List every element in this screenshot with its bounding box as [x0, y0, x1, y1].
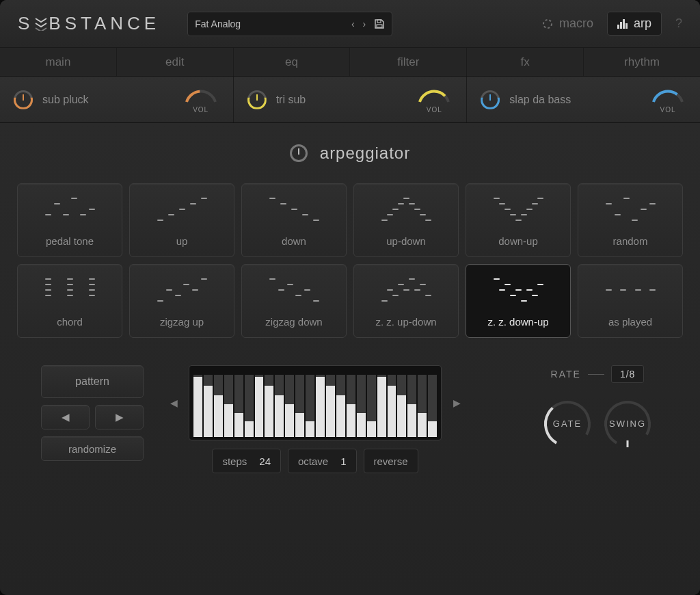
seq-step-24[interactable] — [428, 371, 437, 437]
pattern-prev-button[interactable]: ◀ — [41, 405, 90, 429]
seq-step-22[interactable] — [407, 371, 416, 437]
save-icon[interactable] — [374, 18, 385, 29]
seq-step-11[interactable] — [295, 371, 304, 437]
tab-filter[interactable]: filter — [350, 48, 467, 76]
reverse-label: reverse — [374, 455, 408, 467]
mode-random[interactable]: random — [578, 183, 683, 257]
step-sequencer[interactable] — [189, 365, 442, 440]
mode-label: z. z. up-down — [375, 316, 436, 328]
seq-step-7[interactable] — [255, 371, 264, 437]
arp-label: arp — [634, 16, 651, 31]
seq-step-19[interactable] — [377, 371, 386, 437]
seq-step-13[interactable] — [316, 371, 325, 437]
seq-step-2[interactable] — [204, 371, 213, 437]
rate-line — [588, 374, 604, 375]
mode-label: random — [613, 235, 648, 247]
mode-label: up — [176, 235, 188, 247]
mode-label: zigzag up — [160, 316, 204, 328]
mode-up-down[interactable]: up-down — [353, 183, 459, 257]
tab-fx[interactable]: fx — [467, 48, 584, 76]
seq-step-23[interactable] — [418, 371, 427, 437]
seq-step-10[interactable] — [285, 371, 294, 437]
seq-scroll-left[interactable]: ◀ — [164, 365, 183, 440]
seq-step-4[interactable] — [224, 371, 233, 437]
mode-label: down — [282, 235, 306, 247]
seq-step-16[interactable] — [347, 371, 355, 437]
mode-chord[interactable]: chord — [17, 264, 122, 338]
octave-field[interactable]: octave 1 — [288, 449, 357, 473]
logo: S BSTANCE — [18, 13, 160, 34]
mode-label: chord — [57, 316, 83, 328]
seq-scroll-right[interactable]: ▶ — [447, 365, 466, 440]
layer-1-vol[interactable]: VOL — [183, 85, 219, 114]
seq-step-9[interactable] — [275, 371, 284, 437]
svg-rect-5 — [623, 19, 625, 29]
layer-1-power[interactable] — [14, 90, 33, 109]
seq-step-15[interactable] — [336, 371, 345, 437]
swing-dial[interactable]: SWING — [599, 395, 656, 453]
layer-2-vol[interactable]: VOL — [416, 85, 453, 114]
mode-label: z. z. down-up — [487, 316, 548, 328]
gate-label: GATE — [553, 419, 582, 429]
seq-step-14[interactable] — [326, 371, 335, 437]
mode-z-z-down-up[interactable]: z. z. down-up — [466, 264, 571, 338]
mode-zigzag-down[interactable]: zigzag down — [241, 264, 347, 338]
layer-1-name[interactable]: sub pluck — [42, 94, 173, 106]
tab-eq[interactable]: eq — [234, 48, 351, 76]
tab-rhythm[interactable]: rhythm — [584, 48, 700, 76]
steps-value: 24 — [259, 455, 271, 467]
preset-selector[interactable]: Fat Analog ‹ › — [187, 12, 392, 36]
svg-rect-6 — [625, 23, 628, 29]
seq-step-6[interactable] — [245, 371, 254, 437]
seq-step-3[interactable] — [214, 371, 223, 437]
seq-step-5[interactable] — [234, 371, 243, 437]
layer-3-vol[interactable]: VOL — [649, 85, 686, 114]
seq-step-1[interactable] — [193, 371, 202, 437]
help-button[interactable]: ? — [675, 16, 682, 31]
seq-step-21[interactable] — [397, 371, 406, 437]
arp-panel: arpeggiator pedal toneupdownup-downdown-… — [0, 123, 700, 595]
layer-3-power[interactable] — [481, 90, 500, 109]
tab-edit[interactable]: edit — [117, 48, 234, 76]
arp-title-label: arpeggiator — [320, 144, 410, 163]
randomize-button[interactable]: randomize — [41, 436, 144, 461]
seq-step-8[interactable] — [265, 371, 273, 437]
logo-chevron-icon — [35, 17, 47, 31]
layer-2-name[interactable]: tri sub — [276, 94, 407, 106]
vol-label: VOL — [193, 106, 208, 114]
rate-value[interactable]: 1/8 — [611, 365, 644, 383]
macro-label: macro — [559, 16, 593, 31]
preset-prev-icon[interactable]: ‹ — [351, 18, 355, 29]
seq-step-20[interactable] — [388, 371, 396, 437]
mode-up[interactable]: up — [129, 183, 234, 257]
mode-down-up[interactable]: down-up — [466, 183, 571, 257]
logo-text-left: S — [18, 13, 33, 34]
arp-power-button[interactable] — [290, 144, 308, 162]
mode-label: down-up — [498, 235, 538, 247]
reverse-button[interactable]: reverse — [364, 449, 418, 473]
steps-field[interactable]: steps 24 — [212, 449, 281, 473]
octave-value: 1 — [340, 455, 346, 467]
pattern-button[interactable]: pattern — [41, 365, 144, 398]
tab-main[interactable]: main — [0, 48, 117, 76]
mode-down[interactable]: down — [241, 183, 347, 257]
seq-step-18[interactable] — [367, 371, 376, 437]
arp-title-row: arpeggiator — [290, 144, 410, 163]
page-tabs: main edit eq filter fx rhythm — [0, 48, 700, 77]
mode-zigzag-up[interactable]: zigzag up — [129, 264, 234, 338]
seq-step-17[interactable] — [357, 371, 366, 437]
arp-tab-button[interactable]: arp — [607, 12, 662, 36]
mode-z-z-up-down[interactable]: z. z. up-down — [353, 264, 459, 338]
seq-step-12[interactable] — [306, 371, 314, 437]
layer-row: sub pluckVOLtri subVOLslap da bassVOL — [0, 77, 700, 123]
mode-as-played[interactable]: as played — [578, 264, 683, 338]
layer-2-power[interactable] — [247, 90, 267, 109]
preset-next-icon[interactable]: › — [363, 18, 366, 29]
layer-3-name[interactable]: slap da bass — [509, 94, 640, 106]
gate-dial[interactable]: GATE — [539, 395, 596, 453]
macro-button[interactable]: macro — [541, 16, 593, 31]
rate-row: RATE 1/8 — [551, 365, 645, 383]
logo-text-right: BSTANCE — [49, 13, 160, 34]
pattern-next-button[interactable]: ▶ — [95, 405, 144, 429]
mode-pedal-tone[interactable]: pedal tone — [17, 183, 122, 257]
